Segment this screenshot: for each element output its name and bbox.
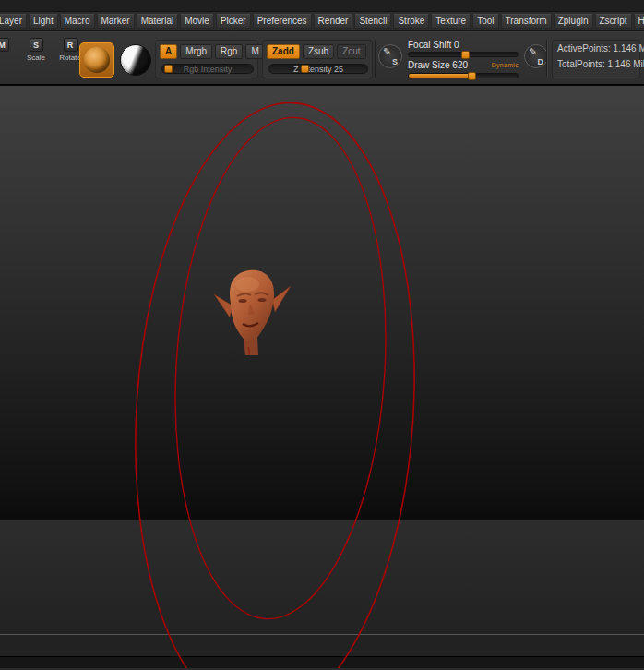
sculpt-pen-icon[interactable]: ✎ S <box>378 44 402 68</box>
menu-item-render[interactable]: Render <box>314 14 353 29</box>
sculpt-head <box>214 270 291 355</box>
menu-item-marker[interactable]: Marker <box>97 14 135 29</box>
anchor-a-button[interactable]: A <box>160 44 177 59</box>
rgb-intensity-handle[interactable] <box>164 65 173 73</box>
z-intensity-slider[interactable]: Z Intensity 25 <box>268 64 368 74</box>
shelf-divider <box>375 40 376 77</box>
window-top-strip <box>0 0 644 12</box>
draw-size-fill <box>409 74 470 78</box>
brush-stroke-outer <box>118 94 432 668</box>
menu-item-movie[interactable]: Movie <box>180 14 214 29</box>
menu-item-macro[interactable]: Macro <box>60 14 95 29</box>
menu-item-picker[interactable]: Picker <box>216 14 251 29</box>
menu-item-stencil[interactable]: Stencil <box>354 14 391 29</box>
viewport-overlay <box>0 86 644 668</box>
menu-item-preferences[interactable]: Preferences <box>253 14 312 29</box>
move-icon: M <box>0 38 9 52</box>
move-button[interactable]: M <box>0 38 17 62</box>
focal-shift-slider[interactable] <box>408 52 519 57</box>
menu-item-layer[interactable]: Layer <box>0 14 27 29</box>
stroke-material-sphere-icon[interactable] <box>120 44 151 76</box>
menu-item-texture[interactable]: Texture <box>431 14 471 29</box>
focal-shift-label: Focal Shift 0 <box>408 40 459 50</box>
zsub-button[interactable]: Zsub <box>303 44 334 59</box>
document-canvas[interactable] <box>0 85 644 668</box>
menu-item-tool[interactable]: Tool <box>472 14 498 29</box>
menu-item-material[interactable]: Material <box>137 14 179 29</box>
draw-pen-icon[interactable]: ✎ D <box>524 44 548 68</box>
current-brush-button[interactable] <box>79 42 114 78</box>
active-points-readout: ActivePoints: 1.146 Mil <box>553 41 639 56</box>
points-stats-panel: ActivePoints: 1.146 Mil TotalPoints: 1.1… <box>552 40 640 78</box>
draw-size-label: Draw Size 620 <box>408 60 468 70</box>
focal-shift-handle[interactable] <box>461 51 470 59</box>
menu-item-transform[interactable]: Transform <box>501 14 552 29</box>
mrgb-button[interactable]: Mrgb <box>180 44 212 59</box>
sculpt-controls-group: Zadd Zsub Zcut Z Intensity 25 <box>262 40 373 78</box>
z-intensity-handle[interactable] <box>301 65 309 73</box>
main-menu-bar: Layer Light Macro Marker Material Movie … <box>0 12 644 31</box>
menu-item-stroke[interactable]: Stroke <box>393 14 429 29</box>
menu-item-help[interactable]: Help <box>634 14 644 29</box>
draw-size-slider[interactable] <box>408 73 519 78</box>
zadd-button[interactable]: Zadd <box>267 44 300 59</box>
total-points-readout: TotalPoints: 1.146 Mil <box>553 56 639 72</box>
rotate-icon: R <box>64 38 78 52</box>
rgb-button[interactable]: Rgb <box>215 44 243 59</box>
dynamic-toggle[interactable]: Dynamic <box>492 62 519 68</box>
shelf-divider-2 <box>546 40 548 77</box>
top-shelf: M S Scale R Rotate A Mrgb Rgb M Rgb Inte… <box>0 31 644 85</box>
brush-stroke-inner <box>161 112 400 626</box>
menu-item-light[interactable]: Light <box>29 14 58 29</box>
scale-button[interactable]: S Scale <box>21 38 51 62</box>
focal-draw-group: Focal Shift 0 Draw Size 620 Dynamic <box>408 38 519 80</box>
zcut-button[interactable]: Zcut <box>337 44 365 59</box>
menu-item-zplugin[interactable]: Zplugin <box>554 14 593 29</box>
menu-item-zscript[interactable]: Zscript <box>595 14 632 29</box>
rgb-intensity-slider[interactable]: Rgb Intensity <box>161 64 254 74</box>
draw-size-handle[interactable] <box>468 72 476 80</box>
paint-controls-group: A Mrgb Rgb M Rgb Intensity <box>155 40 258 78</box>
brush-icon <box>84 47 110 73</box>
scale-icon: S <box>30 38 43 52</box>
transform-button-group: M S Scale R Rotate <box>0 38 85 62</box>
